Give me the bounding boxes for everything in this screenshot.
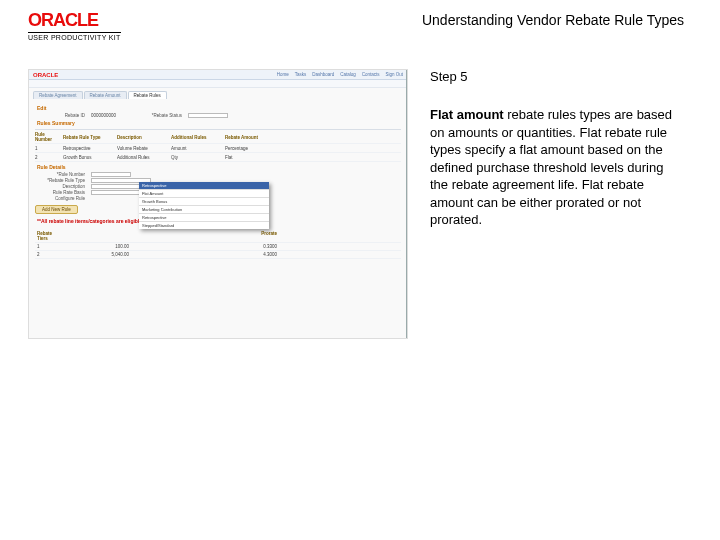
step-label: Step 5: [430, 69, 680, 84]
td: 2: [37, 252, 55, 257]
field-label: *Rebate Rule Type: [35, 178, 85, 183]
dropdown-option: Stepped/Standard: [139, 221, 269, 229]
th: Prorate: [217, 231, 277, 241]
tab: Rebate Agreement: [33, 91, 83, 99]
nav-item: Catalog: [340, 72, 356, 77]
td: Retrospective: [63, 146, 111, 151]
field-label: Rule Rate Basis: [35, 190, 85, 195]
section-heading: Edit: [37, 105, 401, 111]
dropdown-option: Growth Bonus: [139, 197, 269, 205]
td: Volume Rebate: [117, 146, 165, 151]
field-label: Description: [35, 184, 85, 189]
th: Rebate Rule Type: [63, 135, 111, 140]
td: 1: [35, 146, 57, 151]
field-input: [91, 172, 131, 177]
dropdown-option: Flat Amount: [139, 189, 269, 197]
td: 2: [35, 155, 57, 160]
nav-item: Tasks: [295, 72, 307, 77]
th: Description: [117, 135, 165, 140]
section-heading: Rule Details: [37, 164, 401, 170]
app-logo: ORACLE: [33, 72, 58, 78]
nav-item: Dashboard: [312, 72, 334, 77]
td: Percentage: [225, 146, 273, 151]
nav-item: Sign Out: [385, 72, 403, 77]
td: 100.00: [69, 244, 129, 249]
field-label: *Rule Number: [35, 172, 85, 177]
th: Rebate Tiers: [37, 231, 55, 241]
th: Additional Rules: [171, 135, 219, 140]
nav-item: Home: [277, 72, 289, 77]
dropdown-popup: Retrospective Flat Amount Growth Bonus M…: [139, 182, 269, 229]
field-label: Rebate ID: [35, 113, 85, 118]
tiers-table: Rebate Tiers Prorate 1 100.00 0.3300 2 5…: [35, 230, 401, 259]
td: Amount: [171, 146, 219, 151]
td: Qty: [171, 155, 219, 160]
td: 4.3000: [217, 252, 277, 257]
tab-active: Rebate Rules: [128, 91, 167, 99]
td: Growth Bonus: [63, 155, 111, 160]
rules-table: Rule Number Rebate Rule Type Description…: [35, 129, 401, 162]
brand-logo: ORACLE USER PRODUCTIVITY KIT: [28, 10, 121, 41]
section-heading: Rules Summary: [37, 120, 401, 126]
lead-term: Flat amount: [430, 107, 504, 122]
instruction-panel: Step 5 Flat amount rebate rules types ar…: [430, 69, 680, 339]
field-label: *Rebate Status: [122, 113, 182, 118]
field-value: 0000000000: [91, 113, 116, 118]
td: 5,040.00: [69, 252, 129, 257]
oracle-wordmark: ORACLE: [28, 10, 121, 31]
instruction-text: Flat amount rebate rules types are based…: [430, 106, 680, 229]
nav-item: Contacts: [362, 72, 380, 77]
td: Additional Rules: [117, 155, 165, 160]
app-nav: Home Tasks Dashboard Catalog Contacts Si…: [277, 72, 403, 77]
td: 0.3300: [217, 244, 277, 249]
dropdown-selected: Retrospective: [139, 182, 269, 189]
th: Rule Number: [35, 132, 57, 142]
tab-bar: Rebate Agreement Rebate Amount Rebate Ru…: [33, 91, 403, 99]
add-rule-button: Add New Rule: [35, 205, 78, 214]
td: Flat: [225, 155, 273, 160]
embedded-screenshot: ORACLE Home Tasks Dashboard Catalog Cont…: [28, 69, 408, 339]
dropdown-option: Marketing Contribution: [139, 205, 269, 213]
instruction-body: rebate rules types are based on amounts …: [430, 107, 672, 227]
th: Rebate Amount: [225, 135, 273, 140]
upk-subtitle: USER PRODUCTIVITY KIT: [28, 32, 121, 41]
field-label: Configure Rule: [35, 196, 85, 201]
page-title: Understanding Vendor Rebate Rule Types: [422, 10, 684, 28]
td: 1: [37, 244, 55, 249]
tab: Rebate Amount: [84, 91, 127, 99]
dropdown-option: Retrospective: [139, 213, 269, 221]
field-input: [188, 113, 228, 118]
